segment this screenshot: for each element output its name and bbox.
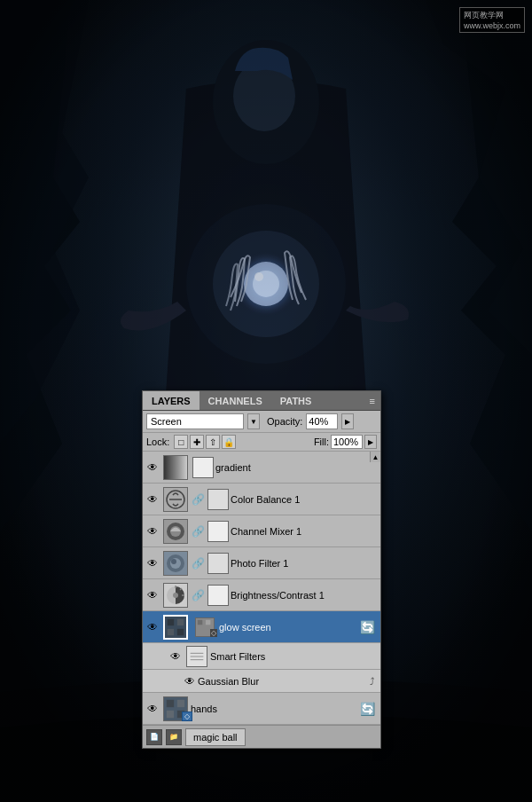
lock-transparent-btn[interactable]: □ [174,435,188,449]
watermark: 网页教学网 www.webjx.com [459,7,525,33]
svg-point-19 [173,593,178,598]
lock-label: Lock: [146,436,169,447]
layer-thumbnail [163,551,188,576]
layer-row[interactable]: 👁 🔗 Photo Filter 1 [143,547,380,579]
lock-position-btn[interactable]: ⇧ [206,435,220,449]
smart-filters-label: Smart Filters [210,651,379,662]
layer-row-selected[interactable]: 👁 ◇ g [143,611,380,643]
lock-row: Lock: □ ✚ ⇧ 🔒 Fill: 100% ▶ [143,433,380,452]
layers-list[interactable]: ▲ 👁 gradient 👁 🔗 Color Bala [143,452,380,725]
fill-label: Fill: [314,436,329,447]
link-icon: 🔗 [192,493,205,506]
opacity-value[interactable]: 40% [306,413,338,429]
svg-rect-29 [198,619,202,624]
layer-row-smart-filters[interactable]: 👁 Smart Filters [143,643,380,670]
layer-mask [207,585,229,606]
blend-mode-arrow[interactable]: ▼ [247,413,260,429]
visibility-toggle[interactable]: 👁 [145,587,160,603]
svg-rect-10 [164,456,187,479]
watermark-line2: www.webjx.com [464,21,520,30]
svg-rect-30 [206,619,210,624]
tab-channels[interactable]: CHANNELS [200,391,271,410]
layer-mask [207,521,229,542]
layer-row-hands[interactable]: 👁 ◇ hands 🔄 [143,693,380,725]
new-layer-icon[interactable]: 📄 [146,729,162,745]
magic-ball-tab[interactable]: magic ball [185,728,246,746]
lock-image-btn[interactable]: ✚ [190,435,204,449]
visibility-toggle[interactable]: 👁 [145,491,160,507]
layer-mask [207,489,229,510]
lock-all-btn[interactable]: 🔒 [222,435,236,449]
panel-bottom: 📄 📁 magic ball [143,725,380,748]
layer-thumbnail [163,455,188,480]
watermark-line1: 网页教学网 [464,10,520,21]
svg-rect-27 [177,628,184,634]
layer-row[interactable]: 👁 🔗 Channel Mixer 1 [143,515,380,547]
layer-thumbnail [163,519,188,544]
layer-thumbnail [163,487,188,512]
gaussian-blur-icon: ⤴ [370,676,375,687]
visibility-toggle[interactable]: 👁 [145,619,160,635]
layer-thumbnail [163,583,188,608]
hands-badge: 🔄 [360,702,375,716]
layer-thumbnail [163,615,188,640]
visibility-toggle[interactable]: 👁 [145,523,160,539]
fill-arrow[interactable]: ▶ [364,435,377,449]
svg-point-17 [171,559,176,564]
panel-tabs: LAYERS CHANNELS PATHS ≡ [143,391,380,411]
visibility-toggle[interactable]: 👁 [145,460,160,476]
visibility-toggle[interactable]: 👁 [145,701,160,717]
layer-name-hands: hands [191,704,360,714]
svg-rect-26 [168,628,174,634]
layer-row[interactable]: 👁 gradient [143,452,380,484]
visibility-toggle[interactable]: 👁 [168,649,184,664]
layer-row[interactable]: 👁 🔗 Color Balance 1 [143,484,380,515]
layer-name: Channel Mixer 1 [231,526,379,537]
blend-mode-select[interactable]: Screen [146,413,244,429]
opacity-arrow[interactable]: ▶ [341,413,354,429]
layer-mask [207,553,229,574]
tab-layers[interactable]: LAYERS [143,391,200,410]
layer-row[interactable]: 👁 🔗 Brightness/Contrast 1 [143,579,380,611]
layer-mask [192,457,214,478]
opacity-label: Opacity: [267,416,302,427]
layer-name: Color Balance 1 [231,494,379,505]
layer-name: Brightness/Contrast 1 [231,590,379,601]
svg-rect-25 [177,618,184,625]
layer-name: gradient [215,462,379,473]
visibility-toggle[interactable]: 👁 [145,555,160,571]
blend-mode-row: Screen ▼ Opacity: 40% ▶ [143,411,380,433]
layer-name-gaussian: Gaussian Blur [198,676,370,687]
layers-panel: LAYERS CHANNELS PATHS ≡ Screen ▼ Opacity… [142,390,381,749]
layer-badge: 🔄 [360,620,375,634]
tab-paths[interactable]: PATHS [271,391,321,410]
svg-rect-24 [168,618,174,625]
layer-name: Photo Filter 1 [231,558,379,569]
layer-name: glow screen [219,622,360,633]
visibility-toggle[interactable]: 👁 [182,673,198,689]
link-icon: 🔗 [192,525,205,538]
svg-rect-37 [177,699,184,706]
folder-icon[interactable]: 📁 [166,729,182,745]
svg-rect-38 [167,710,174,717]
svg-rect-36 [167,699,174,706]
fill-value[interactable]: 100% [331,435,363,449]
panel-menu-button[interactable]: ≡ [364,394,380,408]
layer-row-gaussian-blur[interactable]: 👁 Gaussian Blur ⤴ [143,670,380,693]
link-icon: 🔗 [192,589,205,602]
link-icon: 🔗 [192,557,205,570]
layer-thumbnail-smart [186,646,207,667]
